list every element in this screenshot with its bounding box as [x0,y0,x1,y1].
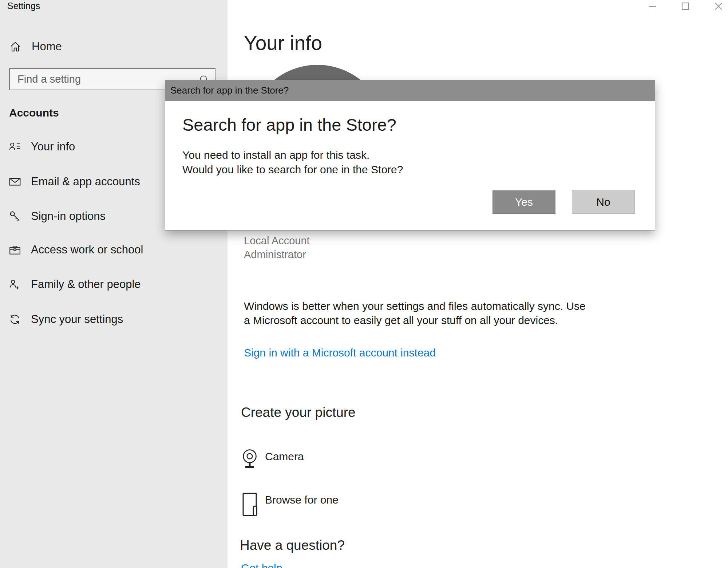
get-help-link[interactable]: Get help [241,562,282,568]
contact-card-icon [9,141,21,153]
sidebar-item-label: Family & other people [31,278,141,291]
app-title: Settings [7,1,40,11]
have-question-heading: Have a question? [240,538,345,553]
no-button[interactable]: No [572,190,635,214]
dialog-body-line1: You need to install an app for this task… [182,148,403,162]
accounts-section-title: Accounts [9,107,59,119]
sidebar-item-label: Your info [31,140,75,153]
account-type-text: Local Account [244,235,310,247]
key-icon [9,210,21,222]
dialog-body-line2: Would you like to search for one in the … [182,162,403,177]
maximize-button[interactable] [677,0,694,12]
sync-icon [9,313,21,326]
signin-microsoft-account-link[interactable]: Sign in with a Microsoft account instead [244,347,436,359]
sync-description-text: Windows is better when your settings and… [244,299,588,327]
browse-file-icon [242,493,258,517]
close-icon [715,2,723,10]
envelope-icon [9,175,21,188]
sidebar-item-label: Access work or school [31,243,143,256]
briefcase-icon [9,244,21,256]
camera-icon [242,449,258,474]
sidebar-item-label: Email & app accounts [31,175,140,188]
close-button[interactable] [710,0,727,12]
sidebar-item-home[interactable]: Home [0,36,228,57]
minimize-icon [648,2,656,10]
create-picture-heading: Create your picture [241,405,356,420]
sidebar-item-label: Sync your settings [31,313,123,326]
sidebar-item-access-work-school[interactable]: Access work or school [0,239,228,261]
yes-button[interactable]: Yes [492,190,555,214]
camera-option-label[interactable]: Camera [265,450,304,463]
dialog-titlebar[interactable]: Search for app in the Store? [165,80,655,101]
dialog-heading: Search for app in the Store? [182,115,396,135]
browse-option-label[interactable]: Browse for one [265,494,339,506]
page-title: Your info [244,31,322,55]
sidebar-item-label: Home [32,40,62,53]
store-search-dialog: Search for app in the Store? Search for … [165,80,655,230]
maximize-icon [681,2,689,10]
home-icon [9,40,21,53]
account-role-text: Administrator [244,249,306,261]
person-add-icon [9,278,21,291]
minimize-button[interactable] [644,0,661,12]
dialog-body-text: You need to install an app for this task… [182,148,403,177]
sidebar-item-family-other-people[interactable]: Family & other people [0,273,228,295]
settings-window: { "window": { "title": "Settings", "cont… [0,0,728,568]
sidebar-item-label: Sign-in options [31,210,106,223]
sidebar-item-sync-settings[interactable]: Sync your settings [0,308,228,330]
